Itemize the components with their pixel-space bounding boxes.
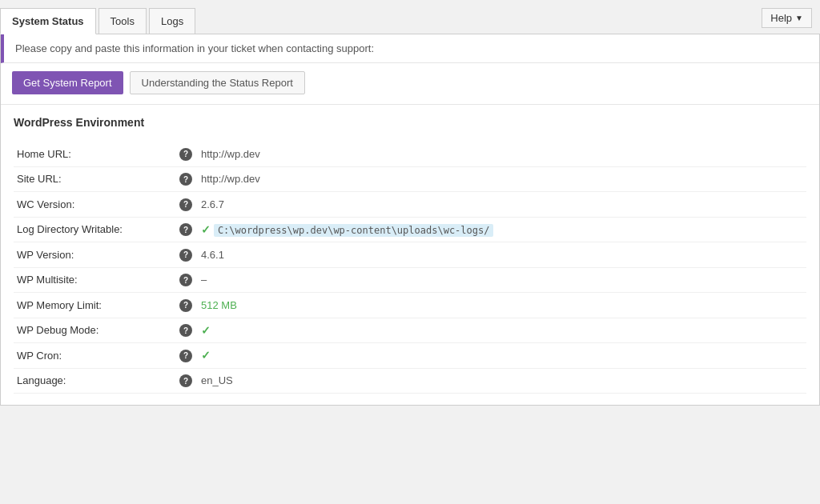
- row-label: WP Memory Limit:: [14, 293, 174, 318]
- help-icon[interactable]: ?: [179, 148, 192, 161]
- help-icon[interactable]: ?: [179, 374, 192, 387]
- row-label: WP Version:: [14, 242, 174, 268]
- page-wrapper: Help ▼ System Status Tools Logs Please c…: [0, 0, 820, 414]
- help-icon[interactable]: ?: [179, 198, 192, 211]
- row-label: Home URL:: [14, 142, 174, 166]
- table-row: Site URL:?http://wp.dev: [14, 166, 806, 192]
- help-icon[interactable]: ?: [179, 350, 192, 362]
- main-content: Please copy and paste this information i…: [0, 34, 820, 406]
- row-label: Log Directory Writable:: [14, 217, 174, 242]
- understanding-status-report-button[interactable]: Understanding the Status Report: [130, 71, 305, 94]
- help-icon[interactable]: ?: [179, 274, 192, 286]
- row-value: 512 MB: [198, 293, 806, 318]
- tab-tools[interactable]: Tools: [98, 8, 147, 34]
- row-label: WP Debug Mode:: [14, 318, 174, 343]
- row-label: WC Version:: [14, 192, 174, 218]
- section-title: WordPress Environment: [14, 116, 806, 134]
- help-icon-cell: ?: [174, 368, 198, 394]
- row-value: ✓: [198, 318, 806, 343]
- help-icon[interactable]: ?: [179, 299, 192, 312]
- checkmark-icon: ✓: [201, 223, 214, 236]
- help-icon-cell: ?: [174, 166, 198, 192]
- help-icon-cell: ?: [174, 192, 198, 218]
- green-value: 512 MB: [201, 299, 237, 311]
- table-row: WP Multisite:?–: [14, 267, 806, 293]
- table-row: WP Version:?4.6.1: [14, 242, 806, 268]
- row-value: http://wp.dev: [198, 166, 806, 192]
- help-icon-cell: ?: [174, 293, 198, 318]
- help-icon[interactable]: ?: [179, 223, 192, 236]
- row-label: WP Cron:: [14, 343, 174, 369]
- notice-text: Please copy and paste this information i…: [15, 42, 374, 54]
- row-label: Language:: [14, 368, 174, 394]
- row-value: http://wp.dev: [198, 142, 806, 166]
- tab-system-status[interactable]: System Status: [0, 8, 96, 34]
- help-icon-cell: ?: [174, 142, 198, 166]
- row-value: –: [198, 267, 806, 293]
- checkmark-icon: ✓: [201, 349, 211, 362]
- table-row: WP Cron:?✓: [14, 343, 806, 369]
- help-icon-cell: ?: [174, 343, 198, 369]
- buttons-row: Get System Report Understanding the Stat…: [1, 63, 819, 105]
- help-label: Help: [770, 12, 792, 24]
- help-icon[interactable]: ?: [179, 249, 192, 262]
- help-button[interactable]: Help ▼: [762, 8, 812, 28]
- row-value: ✓ C:\wordpress\wp.dev\wp-content\uploads…: [198, 217, 806, 242]
- help-icon-cell: ?: [174, 242, 198, 268]
- table-row: WP Memory Limit:?512 MB: [14, 293, 806, 318]
- help-icon[interactable]: ?: [179, 324, 192, 337]
- row-label: WP Multisite:: [14, 267, 174, 293]
- help-icon-cell: ?: [174, 318, 198, 343]
- info-table: Home URL:?http://wp.devSite URL:?http://…: [14, 142, 806, 394]
- chevron-down-icon: ▼: [795, 14, 803, 22]
- help-icon[interactable]: ?: [179, 173, 192, 186]
- row-value: en_US: [198, 368, 806, 394]
- notice-bar: Please copy and paste this information i…: [1, 34, 819, 63]
- tabs-bar: System Status Tools Logs: [0, 8, 820, 34]
- help-icon-cell: ?: [174, 267, 198, 293]
- row-label: Site URL:: [14, 166, 174, 192]
- row-value: 4.6.1: [198, 242, 806, 268]
- table-row: WP Debug Mode:?✓: [14, 318, 806, 343]
- get-system-report-button[interactable]: Get System Report: [12, 71, 123, 94]
- dash-value: –: [201, 274, 207, 286]
- table-row: Language:?en_US: [14, 368, 806, 394]
- table-row: Log Directory Writable:?✓ C:\wordpress\w…: [14, 217, 806, 242]
- table-row: WC Version:?2.6.7: [14, 192, 806, 218]
- row-value: 2.6.7: [198, 192, 806, 218]
- help-icon-cell: ?: [174, 217, 198, 242]
- wp-environment-section: WordPress Environment Home URL:?http://w…: [1, 105, 819, 405]
- code-value: C:\wordpress\wp.dev\wp-content\uploads\w…: [214, 224, 494, 237]
- table-row: Home URL:?http://wp.dev: [14, 142, 806, 166]
- row-value: ✓: [198, 343, 806, 369]
- tab-logs[interactable]: Logs: [149, 8, 195, 34]
- checkmark-icon: ✓: [201, 324, 211, 337]
